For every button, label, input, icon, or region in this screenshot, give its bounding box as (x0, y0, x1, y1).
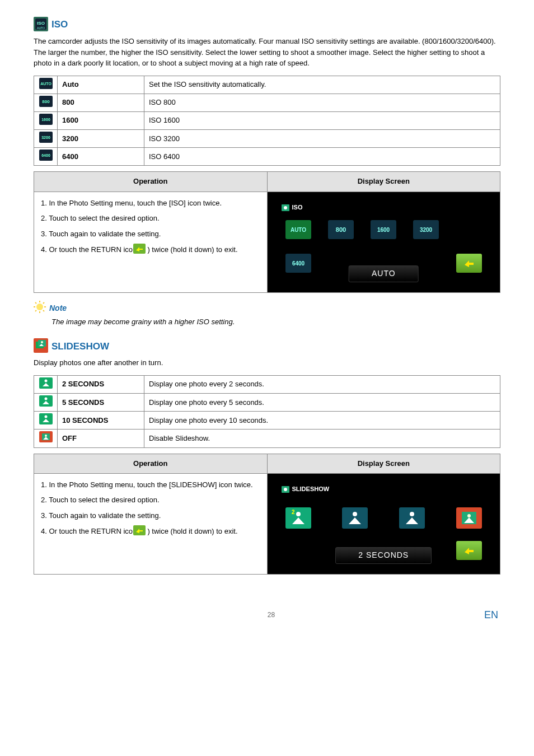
display-title-text: SLIDESHOW (292, 485, 330, 493)
iso-display-cell: ISO AUTO 800 1600 3200 6400 AUTO (267, 192, 500, 292)
op-step: 2. Touch to select the desired option. (41, 494, 260, 506)
svg-point-45 (44, 416, 47, 418)
value-label: OFF (58, 430, 144, 447)
svg-text:2: 2 (292, 509, 295, 515)
operation-header: Operation (34, 172, 268, 192)
iso-opt-auto[interactable]: AUTO (285, 220, 311, 239)
slide-opt-2s[interactable]: 2 (285, 507, 311, 529)
operation-header: Operation (34, 454, 268, 473)
op-step: 4. Or touch the RETURN icon ( ) twice (h… (41, 525, 260, 539)
note-block: Note The image may become grainy with a … (34, 301, 500, 328)
table-row: OFF Disable Slideshow. (34, 430, 500, 447)
slide-off-icon (34, 430, 58, 447)
value-desc: Set the ISO sensitivity automatically. (144, 76, 500, 94)
op-step: 1. In the Photo Setting menu, touch the … (41, 479, 260, 491)
svg-point-53 (296, 512, 301, 516)
table-row: 3200 3200 ISO 3200 (34, 130, 500, 148)
iso-opt-6400[interactable]: 6400 (285, 254, 311, 273)
display-header: Display Screen (267, 172, 500, 192)
svg-point-43 (44, 398, 47, 400)
display-title-bar: ISO (281, 203, 303, 212)
iso-6400-icon: 6400 (34, 148, 58, 166)
svg-text:AUTO: AUTO (37, 26, 45, 30)
iso-icon: ISOAUTO (34, 17, 48, 31)
value-label: 2 SECONDS (58, 375, 144, 393)
iso-opt-1600[interactable]: 1600 (371, 220, 396, 239)
svg-point-51 (284, 488, 287, 491)
display-header: Display Screen (267, 454, 500, 473)
svg-line-35 (35, 310, 36, 311)
svg-text:1600: 1600 (41, 118, 50, 122)
page-footer: 28 EN (34, 608, 500, 622)
page-number: 28 (268, 610, 275, 620)
display-title-text: ISO (292, 203, 303, 212)
iso-title: ISO (51, 18, 68, 31)
table-row: 5 SECONDS Display one photo every 5 seco… (34, 394, 500, 412)
slideshow-value-table: 2 SECONDS Display one photo every 2 seco… (34, 375, 500, 448)
display-return-button[interactable] (456, 541, 482, 560)
svg-text:3200: 3200 (419, 227, 432, 233)
iso-value-table: AUTO Auto Set the ISO sensitivity automa… (34, 76, 500, 166)
iso-options-row1: AUTO 800 1600 3200 (285, 220, 483, 239)
op-step: 3. Touch again to validate the setting. (41, 228, 260, 240)
slideshow-operation-cell: 1. In the Photo Setting menu, touch the … (34, 473, 268, 574)
svg-text:6400: 6400 (292, 260, 305, 267)
slide-5s-icon (34, 394, 58, 412)
note-icon (34, 301, 46, 316)
svg-line-33 (43, 310, 44, 311)
language-label: EN (484, 608, 498, 622)
table-row: 1600 1600 ISO 1600 (34, 111, 500, 129)
value-label: 800 (58, 94, 144, 111)
slide-10s-icon (34, 412, 58, 430)
svg-point-58 (410, 512, 414, 516)
table-row: 10 SECONDS Display one photo every 10 se… (34, 412, 500, 430)
camera-icon (281, 203, 290, 212)
return-icon (143, 244, 146, 257)
svg-point-56 (353, 512, 357, 516)
display-return-button[interactable] (456, 254, 482, 273)
iso-3200-icon: 3200 (34, 130, 58, 148)
svg-point-27 (36, 304, 43, 310)
op-step: 1. In the Photo Setting menu, touch the … (41, 198, 260, 209)
iso-opt-3200[interactable]: 3200 (413, 220, 439, 239)
value-desc: Display one photo every 2 seconds. (144, 375, 500, 393)
svg-point-41 (44, 379, 47, 382)
value-label: 1600 (58, 111, 144, 129)
value-desc: Display one photo every 10 seconds. (144, 412, 500, 430)
iso-operation-cell: 1. In the Photo Setting menu, touch the … (34, 192, 268, 292)
slide-opt-10s[interactable] (399, 507, 425, 529)
svg-line-34 (43, 302, 44, 304)
iso-800-icon: 800 (34, 94, 58, 111)
slideshow-icon (34, 338, 48, 353)
op-step: 3. Touch again to validate the setting. (41, 510, 260, 521)
iso-auto-icon: AUTO (34, 76, 58, 94)
value-label: 6400 (58, 148, 144, 166)
op-step: 4. Or touch the RETURN icon ( ) twice (h… (41, 244, 260, 257)
iso-opt-800[interactable]: 800 (328, 220, 354, 239)
svg-text:ISO: ISO (37, 21, 45, 26)
table-row: AUTO Auto Set the ISO sensitivity automa… (34, 76, 500, 94)
value-desc: ISO 6400 (144, 148, 500, 166)
slideshow-title: SLIDESHOW (51, 340, 109, 353)
svg-text:800: 800 (335, 226, 345, 233)
slideshow-intro: Display photos one after another in turn… (34, 357, 500, 368)
value-desc: Disable Slideshow. (144, 430, 500, 447)
note-title: Note (49, 303, 67, 314)
slide-opt-5s[interactable] (342, 507, 368, 529)
iso-1600-icon: 1600 (34, 111, 58, 129)
svg-text:AUTO: AUTO (40, 82, 51, 86)
table-row: 800 800 ISO 800 (34, 94, 500, 111)
value-desc: ISO 1600 (144, 111, 500, 129)
table-row: 2 SECONDS Display one photo every 2 seco… (34, 375, 500, 393)
svg-point-61 (467, 514, 471, 517)
slideshow-display-cell: SLIDESHOW 2 2 SECONDS (267, 473, 500, 574)
return-icon (143, 525, 146, 539)
slideshow-options-row: 2 (285, 507, 483, 529)
value-label: Auto (58, 76, 144, 94)
value-desc: ISO 800 (144, 94, 500, 111)
display-bottom-label: 2 SECONDS (335, 547, 432, 564)
iso-section-head: ISOAUTO ISO (34, 17, 500, 31)
svg-line-32 (35, 302, 36, 304)
slide-opt-off[interactable] (456, 507, 482, 529)
value-label: 5 SECONDS (58, 394, 144, 412)
